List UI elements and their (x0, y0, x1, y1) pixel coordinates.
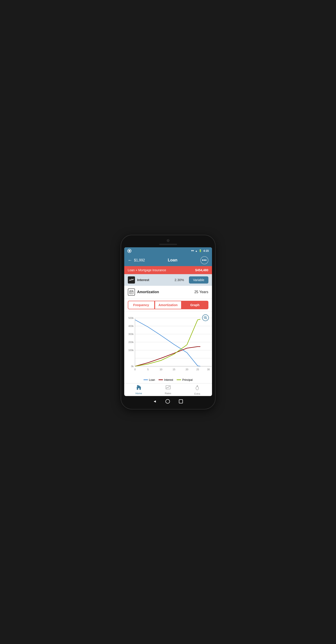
time-display: 4:15 (203, 249, 209, 252)
camera (167, 239, 169, 242)
tab-frequency[interactable]: Frequency (128, 301, 155, 309)
legend-loan-label: Loan (149, 378, 155, 382)
svg-text:500k: 500k (128, 317, 134, 319)
nav-rates[interactable]: Rates (153, 385, 183, 395)
tabs-container: Frequency Amortization Graph (124, 298, 212, 312)
header-title: Loan (168, 258, 177, 262)
mortgage-banner: Loan + Mortgage Insurance $454,480 (124, 266, 212, 274)
loan-line-indicator (144, 380, 148, 380)
interest-rate: 2.30% (175, 278, 184, 282)
legend-principal: Principal (177, 378, 192, 382)
calendar-icon (128, 288, 135, 296)
svg-rect-4 (130, 292, 131, 292)
svg-text:100k: 100k (128, 349, 134, 352)
rates-nav-label: Rates (165, 392, 171, 395)
chart-container: 500k 400k 300k 200k 100k 0k 0 5 10 15 20… (124, 312, 212, 383)
svg-line-10 (206, 318, 207, 319)
back-arrow-icon: ← (128, 258, 132, 263)
chart-wrapper: 500k 400k 300k 200k 100k 0k 0 5 10 15 20… (127, 314, 210, 377)
rates-icon (165, 385, 171, 392)
svg-text:5: 5 (147, 368, 148, 371)
home-nav-icon[interactable] (165, 399, 170, 404)
battery-icon: 🔋 (199, 249, 202, 252)
nav-home[interactable]: Home (124, 385, 154, 395)
interest-icon (128, 276, 135, 284)
tab-amortization[interactable]: Amortization (155, 301, 182, 309)
recents-nav-icon[interactable] (179, 399, 183, 404)
interest-line-indicator (158, 380, 163, 380)
signal-icon: ▲ (195, 250, 198, 252)
svg-rect-6 (132, 292, 133, 292)
mortgage-label: Loan + Mortgage Insurance (128, 268, 166, 272)
status-bar: ▾▾ ▲ 🔋 4:15 (124, 247, 212, 254)
bottom-nav: Home Rates (124, 383, 212, 396)
tab-graph[interactable]: Graph (182, 301, 208, 309)
extra-nav-label: Extra (194, 392, 200, 395)
zoom-button[interactable] (202, 314, 209, 321)
variable-button[interactable]: Variable (189, 276, 208, 284)
svg-rect-8 (131, 293, 132, 293)
amortization-row: Amortization 25 Years (124, 286, 212, 298)
svg-point-37 (196, 386, 199, 390)
svg-text:30: 30 (207, 368, 209, 371)
signal-indicator (127, 249, 131, 253)
back-nav-icon[interactable]: ◄ (153, 399, 157, 404)
phone-screen: ▾▾ ▲ 🔋 4:15 ← $1,992 Loan ••• Loan + Mor… (124, 247, 212, 396)
svg-text:0k: 0k (131, 365, 134, 368)
svg-text:20: 20 (185, 368, 188, 371)
chart-legend: Loan Interest Principal (127, 377, 210, 382)
svg-rect-36 (166, 386, 170, 389)
svg-text:0: 0 (134, 368, 135, 371)
svg-text:200k: 200k (128, 341, 134, 344)
svg-text:400k: 400k (128, 325, 134, 327)
svg-text:10: 10 (159, 368, 162, 371)
legend-interest-label: Interest (164, 378, 173, 382)
svg-point-35 (137, 385, 138, 386)
mortgage-amount: $454,480 (195, 268, 208, 272)
home-icon (136, 385, 142, 392)
android-nav: ◄ (124, 399, 212, 405)
phone-device: ▾▾ ▲ 🔋 4:15 ← $1,992 Loan ••• Loan + Mor… (121, 235, 215, 409)
home-nav-label: Home (135, 392, 142, 395)
svg-text:15: 15 (172, 368, 175, 371)
svg-rect-5 (131, 292, 132, 292)
svg-text:300k: 300k (128, 333, 134, 336)
legend-interest: Interest (158, 378, 173, 382)
nav-extra[interactable]: Extra (183, 385, 212, 395)
legend-principal-label: Principal (182, 378, 192, 382)
amortization-value: 25 Years (194, 290, 208, 294)
menu-button[interactable]: ••• (200, 256, 208, 264)
app-header: ← $1,992 Loan ••• (124, 254, 212, 266)
back-button[interactable]: ← $1,992 (128, 258, 145, 263)
menu-dots-icon: ••• (202, 258, 207, 263)
interest-label: Interest (137, 278, 172, 282)
svg-rect-7 (130, 293, 131, 293)
speaker (159, 244, 177, 245)
extra-icon (194, 385, 200, 392)
header-amount: $1,992 (134, 258, 145, 262)
svg-text:25: 25 (196, 368, 199, 371)
wifi-icon: ▾▾ (191, 249, 194, 252)
interest-row: Interest 2.30% Variable (124, 274, 212, 286)
chart-svg: 500k 400k 300k 200k 100k 0k 0 5 10 15 20… (127, 314, 212, 376)
legend-loan: Loan (144, 378, 155, 382)
principal-line-indicator (177, 380, 181, 380)
amortization-label: Amortization (137, 290, 192, 294)
